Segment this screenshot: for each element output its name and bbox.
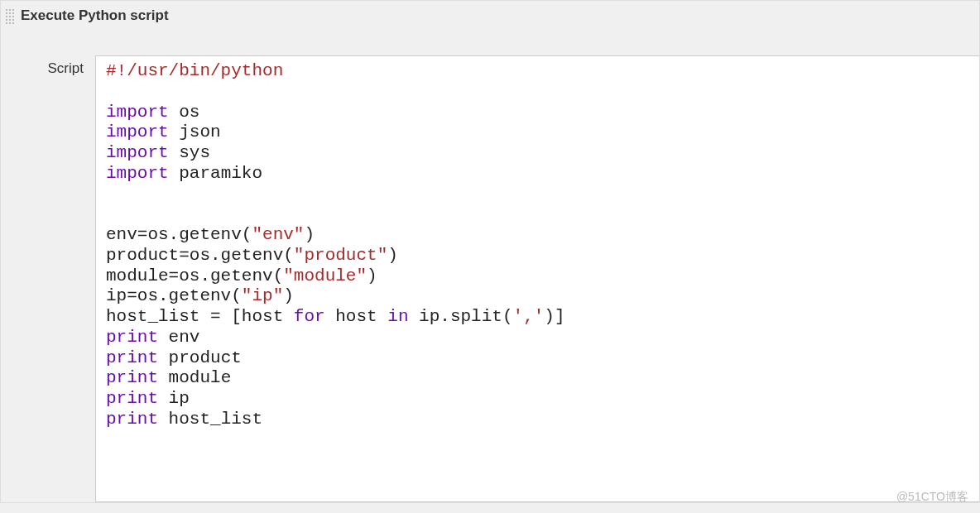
drag-handle-icon[interactable] [4, 7, 16, 24]
code-text: ) [387, 246, 398, 265]
code-string: "env" [252, 225, 304, 244]
code-text: os [169, 103, 200, 122]
code-keyword: import [106, 143, 169, 162]
code-text: paramiko [169, 164, 262, 183]
code-text: module [158, 368, 231, 387]
code-text: sys [169, 143, 210, 162]
code-text: host_list [158, 410, 262, 429]
code-text: host [325, 307, 388, 326]
code-keyword: print [106, 389, 158, 408]
code-keyword: print [106, 348, 158, 367]
code-text: json [169, 122, 221, 141]
code-text: ) [367, 266, 377, 285]
code-string: "ip" [242, 286, 283, 305]
code-text: ip.split( [409, 307, 513, 326]
code-text: product [158, 348, 242, 367]
watermark: @51CTO博客 [896, 490, 968, 505]
code-keyword: import [106, 164, 169, 183]
panel-body: Script #!/usr/bin/python import os impor… [1, 55, 979, 502]
code-string: "module" [283, 266, 367, 285]
script-label: Script [26, 55, 84, 77]
build-step-panel: Execute Python script Script #!/usr/bin/… [0, 0, 980, 503]
code-text: ip [158, 389, 190, 408]
code-string: "product" [294, 246, 387, 265]
code-keyword: in [387, 307, 408, 326]
code-keyword: print [106, 368, 158, 387]
code-text: product=os.getenv( [106, 246, 294, 265]
code-keyword: for [294, 307, 325, 326]
code-shebang: #!/usr/bin/python [106, 61, 283, 80]
panel-title: Execute Python script [21, 7, 169, 24]
code-string: ',' [513, 307, 545, 326]
code-text: ) [283, 286, 294, 305]
script-textarea[interactable]: #!/usr/bin/python import os import json … [95, 55, 979, 502]
code-text: ip=os.getenv( [106, 286, 242, 305]
code-text: env [158, 328, 199, 347]
code-keyword: print [106, 410, 158, 429]
code-text: env=os.getenv( [106, 225, 252, 244]
code-keyword: print [106, 328, 158, 347]
panel-header: Execute Python script [1, 1, 979, 31]
code-keyword: import [106, 103, 169, 122]
code-text: host_list = [host [106, 307, 294, 326]
code-text: )] [544, 307, 564, 326]
code-text: module=os.getenv( [106, 266, 283, 285]
code-keyword: import [106, 122, 169, 141]
code-text: ) [304, 225, 315, 244]
